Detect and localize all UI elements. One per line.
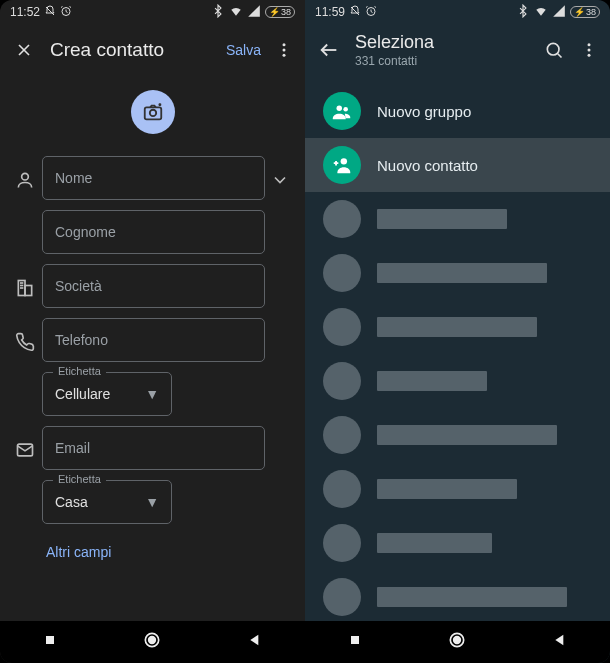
svg-point-29: [341, 158, 347, 164]
dnd-icon: [349, 5, 361, 20]
nav-bar: [0, 621, 305, 663]
battery-indicator: ⚡38: [570, 6, 600, 18]
new-contact-item[interactable]: Nuovo contatto: [305, 138, 610, 192]
status-bar: 11:52 ⚡38: [0, 0, 305, 24]
email-label-select[interactable]: Etichetta Casa ▼: [42, 480, 172, 524]
svg-point-4: [283, 43, 286, 46]
avatar-placeholder: [323, 254, 361, 292]
search-icon[interactable]: [542, 38, 566, 62]
bluetooth-icon: [516, 4, 530, 21]
svg-point-28: [343, 107, 348, 112]
phone-label-caption: Etichetta: [53, 365, 106, 377]
add-photo-button[interactable]: [131, 90, 175, 134]
phone-input[interactable]: [55, 332, 252, 348]
name-input[interactable]: [55, 170, 252, 186]
name-placeholder: [377, 317, 537, 337]
surname-field[interactable]: [42, 210, 265, 254]
phone-field[interactable]: [42, 318, 265, 362]
name-placeholder: [377, 371, 487, 391]
nav-recents-icon[interactable]: [347, 632, 363, 652]
contact-form: Etichetta Cellulare ▼ Etichetta Casa ▼: [0, 156, 305, 560]
person-icon: [8, 156, 42, 190]
company-field[interactable]: [42, 264, 265, 308]
group-icon: [323, 92, 361, 130]
status-time: 11:52: [10, 5, 40, 19]
new-group-label: Nuovo gruppo: [377, 103, 471, 120]
email-field[interactable]: [42, 426, 265, 470]
name-field[interactable]: [42, 156, 265, 200]
add-person-icon: [323, 146, 361, 184]
close-icon[interactable]: [12, 38, 36, 62]
avatar-placeholder: [323, 416, 361, 454]
svg-point-5: [283, 49, 286, 52]
save-button[interactable]: Salva: [226, 42, 261, 58]
nav-back-icon[interactable]: [247, 632, 263, 652]
alarm-icon: [365, 5, 377, 20]
contact-row-placeholder[interactable]: [305, 354, 610, 408]
contact-row-placeholder[interactable]: [305, 246, 610, 300]
svg-point-25: [588, 49, 591, 52]
chevron-down-icon: ▼: [145, 494, 159, 510]
name-placeholder: [377, 533, 492, 553]
page-title: Seleziona: [355, 32, 528, 53]
phone-label-value: Cellulare: [55, 386, 110, 402]
contact-row-placeholder[interactable]: [305, 300, 610, 354]
company-input[interactable]: [55, 278, 252, 294]
status-bar: 11:59 ⚡38: [305, 0, 610, 24]
contact-row-placeholder[interactable]: [305, 570, 610, 624]
name-placeholder: [377, 209, 507, 229]
surname-input[interactable]: [55, 224, 252, 240]
signal-icon: [552, 4, 566, 21]
wifi-icon: [534, 4, 548, 21]
svg-point-32: [454, 637, 461, 644]
alarm-icon: [60, 5, 72, 20]
select-contact-screen: 11:59 ⚡38 Seleziona 331: [305, 0, 610, 663]
page-title: Crea contatto: [50, 39, 212, 61]
svg-rect-16: [46, 636, 54, 644]
contact-row-placeholder[interactable]: [305, 192, 610, 246]
nav-back-icon[interactable]: [552, 632, 568, 652]
contact-row-placeholder[interactable]: [305, 408, 610, 462]
appbar: Seleziona 331 contatti: [305, 24, 610, 76]
avatar-placeholder: [323, 578, 361, 616]
status-time: 11:59: [315, 5, 345, 19]
chevron-down-icon: ▼: [145, 386, 159, 402]
company-icon: [8, 264, 42, 298]
back-icon[interactable]: [317, 38, 341, 62]
avatar-placeholder: [323, 470, 361, 508]
nav-recents-icon[interactable]: [42, 632, 58, 652]
name-placeholder: [377, 425, 557, 445]
nav-home-icon[interactable]: [142, 630, 162, 654]
wifi-icon: [229, 4, 243, 21]
email-label-caption: Etichetta: [53, 473, 106, 485]
more-fields-link[interactable]: Altri campi: [0, 534, 301, 560]
name-placeholder: [377, 263, 547, 283]
signal-icon: [247, 4, 261, 21]
more-icon[interactable]: [275, 38, 293, 62]
new-group-item[interactable]: Nuovo gruppo: [305, 84, 610, 138]
avatar-placeholder: [323, 200, 361, 238]
email-input[interactable]: [55, 440, 252, 456]
email-icon: [8, 426, 42, 460]
contact-row-placeholder[interactable]: [305, 462, 610, 516]
new-contact-label: Nuovo contatto: [377, 157, 478, 174]
avatar-placeholder: [323, 362, 361, 400]
svg-point-27: [337, 106, 343, 112]
svg-point-24: [588, 43, 591, 46]
appbar: Crea contatto Salva: [0, 24, 305, 76]
expand-name-icon[interactable]: [265, 156, 295, 190]
name-placeholder: [377, 587, 567, 607]
nav-bar: [305, 621, 610, 663]
nav-home-icon[interactable]: [447, 630, 467, 654]
svg-line-23: [558, 54, 562, 58]
battery-indicator: ⚡38: [265, 6, 295, 18]
contact-row-placeholder[interactable]: [305, 516, 610, 570]
create-contact-screen: 11:52 ⚡38 Crea contatto Salva: [0, 0, 305, 663]
more-icon[interactable]: [580, 38, 598, 62]
avatar-placeholder: [323, 524, 361, 562]
svg-rect-11: [25, 286, 32, 296]
phone-label-select[interactable]: Etichetta Cellulare ▼: [42, 372, 172, 416]
svg-point-8: [149, 110, 155, 116]
svg-rect-30: [351, 636, 359, 644]
svg-point-22: [547, 43, 559, 55]
